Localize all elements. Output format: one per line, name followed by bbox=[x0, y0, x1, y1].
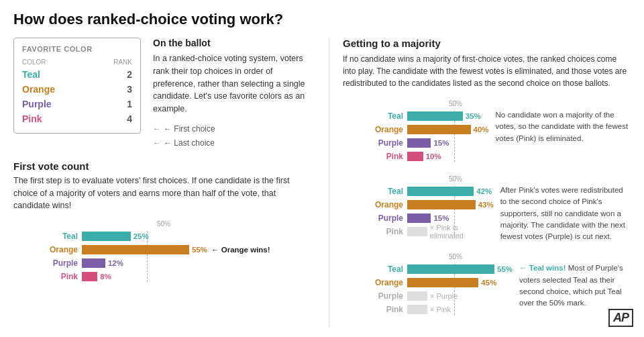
bar-pct-text: 55% bbox=[192, 246, 207, 254]
bar-fill bbox=[82, 272, 97, 281]
round-bar-pct: 55% bbox=[497, 265, 513, 273]
round-bar-row: Teal35% bbox=[375, 111, 489, 122]
fav-color-rank: 2 bbox=[93, 67, 132, 82]
round-bar-fill-elim bbox=[407, 291, 427, 301]
fav-color-name: Purple bbox=[22, 97, 93, 111]
round-bar-label: Teal bbox=[375, 264, 407, 274]
bar-track: 55%← Orange wins! bbox=[82, 244, 270, 255]
fav-color-rank: 4 bbox=[93, 111, 132, 126]
round-1-chart: 50%Teal35%Orange40%Purple15%Pink10% bbox=[343, 99, 489, 164]
ballot-heading: On the ballot bbox=[153, 38, 309, 48]
first-vote-bar-row: Purple12% bbox=[50, 258, 309, 269]
round-bar-row: Pink× Pink bbox=[375, 304, 513, 315]
round-bar-label: Teal bbox=[375, 111, 407, 121]
last-choice-label: ←← Last choice bbox=[153, 136, 309, 151]
round-bar-row: Orange40% bbox=[375, 124, 489, 135]
round-bar-track: 10% bbox=[407, 151, 441, 162]
round-bar-pct: 42% bbox=[476, 187, 492, 195]
round-bar-fill bbox=[407, 264, 494, 274]
round-bar-pct: 43% bbox=[478, 201, 494, 209]
round-bar-label: Purple bbox=[375, 291, 407, 301]
fifty-label: 50% bbox=[449, 100, 462, 107]
bar-label: Orange bbox=[50, 245, 82, 254]
round-bar-pct: 35% bbox=[466, 112, 481, 120]
round-bar-label: Pink bbox=[375, 227, 407, 236]
round-bar-label: Pink bbox=[375, 152, 407, 161]
fav-color-name: Pink bbox=[22, 111, 93, 126]
round-bar-row: Purple15% bbox=[375, 138, 489, 148]
round-bar-track: 35% bbox=[407, 111, 481, 122]
first-vote-desc: The first step is to evaluate voters' fi… bbox=[13, 175, 309, 212]
first-vote-heading: First vote count bbox=[13, 160, 309, 172]
round-bar-row: Teal42% bbox=[375, 186, 494, 197]
bar-fill bbox=[82, 245, 189, 254]
round-2-note: After Pink's votes were redistributed to… bbox=[500, 174, 631, 242]
bar-track: 8% bbox=[82, 271, 111, 282]
round-bar-row: Purple15% bbox=[375, 213, 494, 224]
round-bar-track: 43% bbox=[407, 199, 494, 210]
first-vote-bar-row: Teal25% bbox=[50, 231, 309, 242]
first-choice-label: ←← First choice bbox=[153, 122, 309, 137]
fifty-label: 50% bbox=[449, 253, 462, 260]
ap-logo: AP bbox=[608, 309, 633, 327]
round-bar-label: Orange bbox=[375, 278, 407, 287]
fav-color-rank: 3 bbox=[93, 82, 132, 97]
round-bar-fill-elim bbox=[407, 305, 427, 314]
round-bar-fill-elim bbox=[407, 227, 427, 236]
fav-color-name: Teal bbox=[22, 67, 93, 82]
first-vote-bar-row: Pink8% bbox=[50, 271, 309, 282]
round-bar-row: Pink× Pink is eliminated bbox=[375, 226, 494, 237]
eliminated-label: × Purple bbox=[430, 292, 458, 300]
round-1: 50%Teal35%Orange40%Purple15%Pink10%No ca… bbox=[343, 99, 631, 164]
round-bar-row: Orange43% bbox=[375, 199, 494, 210]
ballot-choices: ←← First choice ←← Last choice bbox=[153, 122, 309, 151]
bar-note: ← Orange wins! bbox=[211, 246, 270, 254]
round-bar-label: Orange bbox=[375, 125, 407, 134]
col-color-header: COLOR bbox=[22, 57, 93, 67]
fav-color-row: Orange3 bbox=[22, 82, 132, 97]
bar-pct-text: 25% bbox=[133, 232, 149, 240]
round-bar-label: Orange bbox=[375, 200, 407, 209]
round-bar-fill bbox=[407, 278, 478, 287]
round-bar-track: 42% bbox=[407, 186, 492, 197]
round-bar-fill bbox=[407, 138, 431, 148]
round-bar-label: Purple bbox=[375, 213, 407, 223]
bar-fill bbox=[82, 258, 105, 268]
round-bar-track: 55% bbox=[407, 264, 513, 275]
round-3-bars: Teal55%Orange45%Purple× PurplePink× Pink bbox=[375, 264, 513, 315]
bar-label: Teal bbox=[50, 232, 82, 241]
round-1-bars: Teal35%Orange40%Purple15%Pink10% bbox=[375, 111, 489, 162]
round-bar-track: × Pink bbox=[407, 304, 451, 315]
round-2: 50%Teal42%Orange43%Purple15%Pink× Pink i… bbox=[343, 174, 631, 242]
right-column: Getting to a majority If no candidate wi… bbox=[329, 38, 631, 327]
eliminated-label: × Pink bbox=[430, 305, 451, 314]
first-vote-chart: 50% Teal25%Orange55%← Orange wins!Purple… bbox=[13, 219, 309, 282]
fav-color-row: Pink4 bbox=[22, 111, 132, 126]
round-bar-row: Purple× Purple bbox=[375, 291, 513, 301]
round-bar-label: Pink bbox=[375, 305, 407, 314]
round-bar-pct: 15% bbox=[433, 214, 449, 222]
round-3: 50%Teal55%Orange45%Purple× PurplePink× P… bbox=[343, 252, 631, 318]
round-bar-row: Orange45% bbox=[375, 277, 513, 288]
round-bar-pct: 15% bbox=[433, 139, 449, 147]
bar-track: 25% bbox=[82, 231, 149, 242]
bar-label: Purple bbox=[50, 258, 82, 268]
bar-track: 12% bbox=[82, 258, 123, 269]
round-bar-row: Pink10% bbox=[375, 151, 489, 162]
round-bar-pct: 10% bbox=[426, 152, 441, 160]
round-bar-row: Teal55% bbox=[375, 264, 513, 275]
wins-label: ← Teal wins! bbox=[519, 264, 568, 272]
round-bar-track: × Purple bbox=[407, 291, 458, 301]
round-3-note: ← Teal wins! Most of Purple's voters sel… bbox=[519, 252, 631, 309]
majority-heading: Getting to a majority bbox=[343, 38, 631, 49]
fav-color-rank: 1 bbox=[93, 97, 132, 111]
round-bar-track: 15% bbox=[407, 138, 449, 148]
round-bar-pct: 45% bbox=[481, 279, 496, 287]
fifty-label: 50% bbox=[449, 175, 462, 183]
round-bar-label: Teal bbox=[375, 187, 407, 196]
round-bar-track: × Pink is eliminated bbox=[407, 226, 494, 237]
bar-pct-text: 8% bbox=[100, 273, 111, 281]
ballot-section: On the ballot In a ranked-choice voting … bbox=[153, 38, 309, 151]
round-bar-fill bbox=[407, 152, 423, 161]
round-bar-label: Purple bbox=[375, 138, 407, 148]
